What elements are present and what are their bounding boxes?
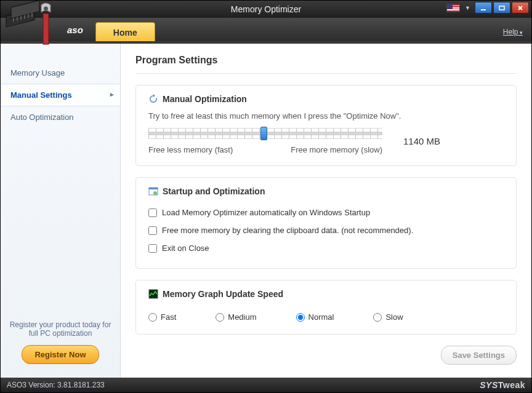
sidebar: Memory Usage Manual Settings Auto Optimi…: [1, 44, 121, 378]
panel-title-startup: Startup and Optimization: [163, 186, 265, 196]
svg-rect-1: [499, 6, 504, 10]
window-title: Memory Optimizer: [231, 4, 301, 14]
slider-value: 1140 MB: [401, 136, 440, 146]
checkbox-label-clipboard: Free more memory by clearing the clipboa…: [162, 226, 413, 235]
panel-startup-optimization: Startup and Optimization Load Memory Opt…: [135, 177, 517, 269]
content: Program Settings Manual Optimization Try…: [121, 44, 531, 378]
checkbox-label-startup: Load Memory Optimizer automatically on W…: [162, 208, 370, 217]
radio-input-normal[interactable]: [296, 313, 305, 322]
checkbox-exit-on-close[interactable]: Exit on Close: [148, 239, 504, 257]
tab-home[interactable]: Home: [95, 22, 155, 41]
sidebar-item-memory-usage[interactable]: Memory Usage: [1, 62, 120, 84]
sidebar-footer: Register your product today for full PC …: [1, 312, 120, 378]
version-text: ASO3 Version: 3.81.8181.233: [7, 381, 105, 389]
radio-fast[interactable]: Fast: [148, 312, 176, 322]
register-now-button[interactable]: Register Now: [22, 345, 99, 364]
maximize-button[interactable]: [493, 2, 510, 14]
svg-rect-15: [149, 188, 158, 189]
divider: [135, 73, 517, 74]
radio-label-normal: Normal: [308, 312, 334, 322]
radio-label-fast: Fast: [161, 312, 176, 322]
checkbox-load-on-startup[interactable]: Load Memory Optimizer automatically on W…: [148, 204, 504, 221]
logo-area: [1, 18, 56, 41]
radio-label-slow: Slow: [385, 312, 403, 322]
titlebar: Memory Optimizer ▼: [1, 1, 531, 18]
checkbox-clear-clipboard[interactable]: Free more memory by clearing the clipboa…: [148, 221, 504, 239]
minimize-button[interactable]: [475, 2, 492, 14]
panel-graph-speed: Memory Graph Update Speed Fast Medium No…: [135, 280, 517, 335]
language-dropdown-icon[interactable]: ▼: [465, 5, 471, 11]
checkbox-label-exit: Exit on Close: [162, 244, 209, 253]
radio-label-medium: Medium: [228, 312, 256, 322]
window-icon: [148, 186, 158, 196]
panel-title-graph: Memory Graph Update Speed: [163, 289, 283, 299]
brand-text: aso: [67, 25, 83, 35]
radio-input-slow[interactable]: [373, 313, 382, 322]
radio-input-medium[interactable]: [216, 313, 224, 322]
slider-label-more: Free more memory (slow): [291, 145, 382, 154]
header-strip: aso Home Help: [1, 18, 531, 41]
panel-manual-optimization: Manual Optimization Try to free at least…: [135, 85, 517, 166]
radio-slow[interactable]: Slow: [373, 312, 403, 322]
manual-hint: Try to free at least this much memory wh…: [148, 111, 504, 121]
systweak-brand: SYSTweak: [480, 380, 525, 390]
body: Memory Usage Manual Settings Auto Optimi…: [1, 41, 531, 378]
radio-group-speed: Fast Medium Normal Slow: [148, 306, 504, 323]
checkbox-input-startup[interactable]: [148, 208, 157, 217]
checkbox-input-exit[interactable]: [148, 244, 157, 253]
refresh-icon: [148, 94, 158, 104]
register-prompt: Register your product today for full PC …: [7, 320, 114, 338]
window-controls: ▼: [446, 2, 529, 14]
slider-thumb[interactable]: [260, 127, 267, 140]
sidebar-item-auto-optimization[interactable]: Auto Optimization: [1, 106, 120, 128]
help-link[interactable]: Help: [503, 28, 523, 36]
chart-icon: [148, 289, 158, 299]
radio-input-fast[interactable]: [148, 313, 157, 322]
radio-medium[interactable]: Medium: [216, 312, 256, 322]
panel-title-manual: Manual Optimization: [163, 94, 247, 104]
close-button[interactable]: [512, 2, 529, 14]
slider-label-less: Free less memory (fast): [148, 145, 233, 154]
page-title: Program Settings: [135, 55, 517, 66]
svg-point-16: [153, 191, 157, 195]
sidebar-item-manual-settings[interactable]: Manual Settings: [1, 84, 120, 106]
checkbox-input-clipboard[interactable]: [148, 226, 157, 235]
save-settings-button[interactable]: Save Settings: [441, 346, 517, 365]
memory-slider[interactable]: [148, 128, 382, 139]
statusbar: ASO3 Version: 3.81.8181.233 SYSTweak: [1, 378, 531, 392]
radio-normal[interactable]: Normal: [296, 312, 334, 322]
app-window: Memory Optimizer ▼ aso Home Help: [0, 0, 532, 393]
flag-icon[interactable]: [446, 4, 460, 12]
